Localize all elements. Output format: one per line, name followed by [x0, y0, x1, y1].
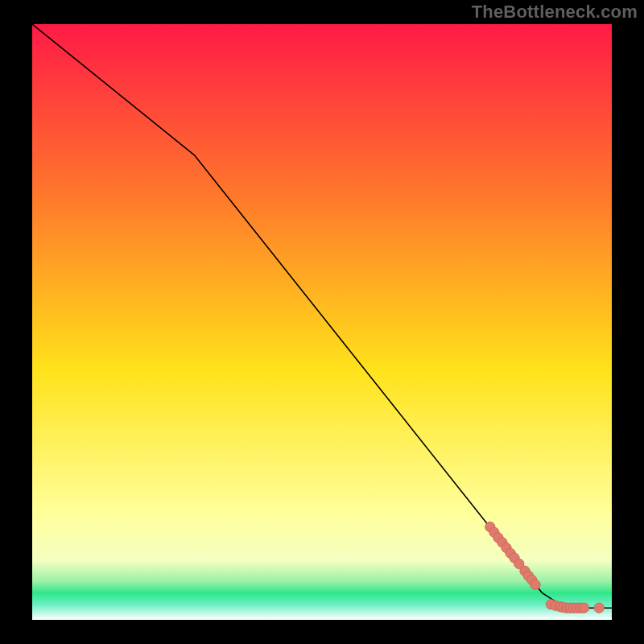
plot-svg	[32, 24, 612, 620]
watermark-text: TheBottleneck.com	[472, 2, 638, 23]
data-marker	[594, 603, 604, 613]
data-marker	[530, 580, 540, 589]
data-marker	[579, 603, 588, 613]
gradient-background	[32, 24, 612, 620]
plot-area	[32, 24, 612, 620]
chart-frame: TheBottleneck.com	[0, 0, 644, 644]
